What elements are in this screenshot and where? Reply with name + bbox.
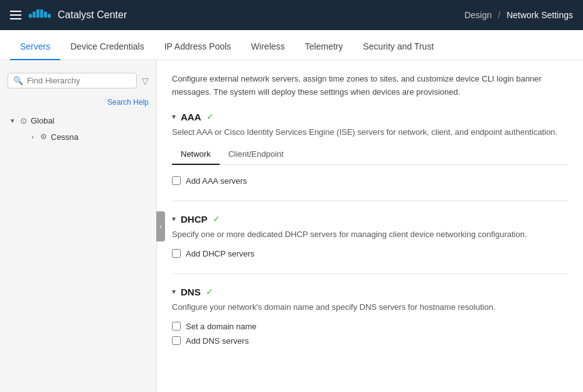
svg-rect-5 bbox=[48, 14, 51, 18]
tab-device-credentials[interactable]: Device Credentials bbox=[60, 34, 154, 60]
aaa-chevron-icon: ▾ bbox=[172, 112, 176, 121]
section-aaa: ▾ AAA ✓ Select AAA or Cisco Identity Ser… bbox=[172, 112, 568, 201]
section-dhcp-header[interactable]: ▾ DHCP ✓ bbox=[172, 214, 568, 225]
aaa-title: AAA bbox=[181, 112, 201, 122]
app-title: Catalyst Center bbox=[58, 9, 464, 21]
subtab-network[interactable]: Network bbox=[172, 144, 220, 165]
add-dhcp-checkbox[interactable] bbox=[172, 249, 181, 258]
sidebar: 🔍 ▽ Search Help ▾ ⊙ Global › ⚙ Cessna ‹ bbox=[0, 60, 157, 392]
chevron-right-icon: › bbox=[28, 132, 38, 142]
dhcp-chevron-icon: ▾ bbox=[172, 215, 176, 223]
dhcp-description: Specify one or more dedicated DHCP serve… bbox=[172, 230, 568, 239]
top-nav: Catalyst Center Design / Network Setting… bbox=[0, 0, 583, 30]
tab-wireless[interactable]: Wireless bbox=[241, 34, 295, 60]
dns-chevron-icon: ▾ bbox=[172, 287, 176, 296]
breadcrumb-separator: / bbox=[498, 10, 500, 20]
content-description: Configure external network servers, assi… bbox=[172, 73, 568, 99]
aaa-status-icon: ✓ bbox=[206, 112, 214, 122]
breadcrumb-section: Design bbox=[464, 10, 492, 20]
sidebar-item-cessna-label: Cessna bbox=[51, 132, 78, 142]
set-domain-checkbox[interactable] bbox=[172, 322, 181, 331]
sidebar-item-global[interactable]: ▾ ⊙ Global bbox=[0, 112, 156, 129]
dhcp-status-icon: ✓ bbox=[213, 214, 220, 224]
sidebar-item-cessna[interactable]: › ⚙ Cessna bbox=[0, 129, 156, 145]
checkbox-add-aaa: Add AAA servers bbox=[172, 174, 568, 188]
collapse-chevron-icon: ‹ bbox=[159, 223, 162, 230]
svg-rect-1 bbox=[33, 12, 36, 18]
location-icon: ⊙ bbox=[20, 116, 27, 125]
search-icon: 🔍 bbox=[13, 76, 23, 85]
hamburger-menu[interactable] bbox=[10, 11, 21, 19]
svg-rect-0 bbox=[29, 14, 32, 18]
svg-rect-2 bbox=[36, 9, 40, 18]
sidebar-item-global-label: Global bbox=[31, 116, 55, 125]
cisco-logo bbox=[29, 8, 51, 23]
tab-servers[interactable]: Servers bbox=[10, 34, 60, 60]
svg-rect-3 bbox=[40, 9, 43, 18]
cog-icon: ⚙ bbox=[40, 132, 47, 141]
chevron-down-icon: ▾ bbox=[8, 115, 18, 125]
content-area: Configure external network servers, assi… bbox=[157, 60, 583, 392]
subtab-client-endpoint[interactable]: Client/Endpoint bbox=[220, 144, 292, 165]
search-help-container: Search Help bbox=[0, 96, 156, 107]
search-input[interactable] bbox=[27, 76, 131, 85]
section-dhcp: ▾ DHCP ✓ Specify one or more dedicated D… bbox=[172, 214, 568, 274]
dns-status-icon: ✓ bbox=[206, 287, 213, 297]
search-container: 🔍 ▽ bbox=[0, 68, 156, 93]
checkbox-add-dns: Add DNS servers bbox=[172, 334, 568, 348]
dns-description: Configure your network's domain name and… bbox=[172, 302, 568, 312]
tab-security-trust[interactable]: Security and Trust bbox=[353, 34, 444, 60]
tab-ip-address-pools[interactable]: IP Address Pools bbox=[154, 34, 241, 60]
checkbox-domain-name: Set a domain name bbox=[172, 319, 568, 334]
tab-telemetry[interactable]: Telemetry bbox=[295, 34, 353, 60]
section-aaa-header[interactable]: ▾ AAA ✓ bbox=[172, 112, 568, 122]
dns-title: DNS bbox=[181, 287, 201, 297]
add-aaa-label: Add AAA servers bbox=[186, 176, 247, 186]
search-box[interactable]: 🔍 bbox=[8, 73, 137, 88]
tabs-bar: Servers Device Credentials IP Address Po… bbox=[0, 30, 583, 60]
breadcrumb-current: Network Settings bbox=[506, 10, 573, 20]
aaa-description: Select AAA or Cisco Identity Services En… bbox=[172, 127, 568, 137]
aaa-subtabs: Network Client/Endpoint bbox=[172, 144, 568, 165]
svg-rect-4 bbox=[44, 12, 47, 18]
add-aaa-checkbox[interactable] bbox=[172, 176, 181, 185]
section-dns-header[interactable]: ▾ DNS ✓ bbox=[172, 287, 568, 297]
add-dns-label: Add DNS servers bbox=[186, 336, 249, 346]
filter-icon[interactable]: ▽ bbox=[142, 76, 149, 86]
set-domain-label: Set a domain name bbox=[186, 322, 257, 331]
section-dns: ▾ DNS ✓ Configure your network's domain … bbox=[172, 287, 568, 361]
add-dns-checkbox[interactable] bbox=[172, 336, 181, 345]
add-dhcp-label: Add DHCP servers bbox=[186, 249, 255, 258]
breadcrumb: Design / Network Settings bbox=[464, 10, 573, 20]
main-layout: 🔍 ▽ Search Help ▾ ⊙ Global › ⚙ Cessna ‹ … bbox=[0, 60, 583, 392]
checkbox-add-dhcp: Add DHCP servers bbox=[172, 246, 568, 261]
search-help-link[interactable]: Search Help bbox=[107, 98, 149, 107]
dhcp-title: DHCP bbox=[181, 214, 208, 225]
sidebar-collapse-handle[interactable]: ‹ bbox=[156, 211, 165, 241]
